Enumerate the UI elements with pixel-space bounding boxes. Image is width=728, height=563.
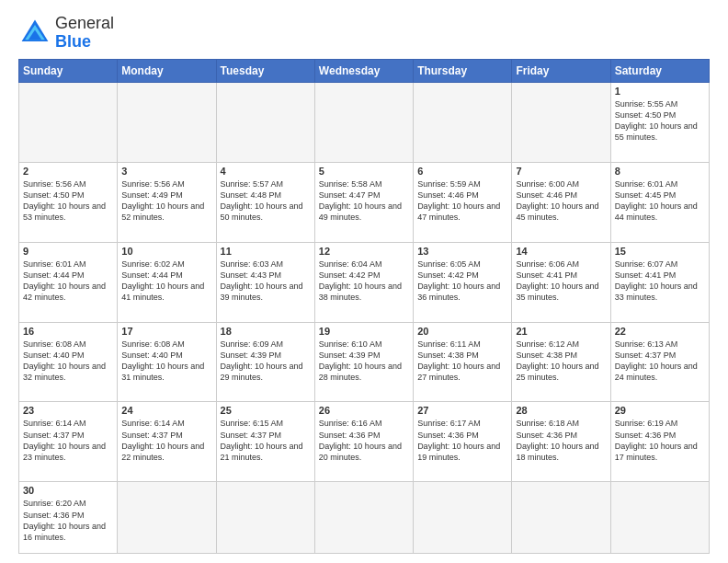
day-info: Sunrise: 6:02 AM Sunset: 4:44 PM Dayligh… — [121, 259, 211, 304]
day-number: 23 — [23, 405, 113, 416]
day-number: 28 — [516, 405, 606, 416]
calendar-cell: 24Sunrise: 6:14 AM Sunset: 4:37 PM Dayli… — [118, 402, 216, 482]
day-number: 15 — [615, 246, 705, 257]
calendar-cell: 13Sunrise: 6:05 AM Sunset: 4:42 PM Dayli… — [414, 242, 512, 322]
calendar-cell: 18Sunrise: 6:09 AM Sunset: 4:39 PM Dayli… — [216, 322, 314, 402]
calendar-cell — [512, 82, 610, 162]
day-info: Sunrise: 5:59 AM Sunset: 4:46 PM Dayligh… — [417, 178, 507, 224]
day-info: Sunrise: 5:55 AM Sunset: 4:50 PM Dayligh… — [615, 98, 705, 144]
week-row: 30Sunrise: 6:20 AM Sunset: 4:36 PM Dayli… — [19, 482, 710, 554]
day-number: 27 — [417, 405, 507, 416]
week-row: 9Sunrise: 6:01 AM Sunset: 4:44 PM Daylig… — [19, 242, 710, 322]
day-number: 21 — [516, 326, 606, 337]
calendar-cell: 29Sunrise: 6:19 AM Sunset: 4:36 PM Dayli… — [610, 402, 709, 482]
calendar-cell — [118, 482, 216, 554]
logo: General Blue — [18, 15, 114, 52]
day-number: 1 — [615, 86, 705, 97]
day-number: 20 — [417, 326, 507, 337]
calendar-cell: 8Sunrise: 6:01 AM Sunset: 4:45 PM Daylig… — [610, 162, 709, 242]
day-number: 22 — [615, 326, 705, 337]
calendar-cell — [216, 482, 314, 554]
column-header-monday: Monday — [118, 59, 216, 82]
calendar-cell: 17Sunrise: 6:08 AM Sunset: 4:40 PM Dayli… — [118, 322, 216, 402]
day-info: Sunrise: 6:06 AM Sunset: 4:41 PM Dayligh… — [516, 259, 606, 304]
calendar-cell: 1Sunrise: 5:55 AM Sunset: 4:50 PM Daylig… — [610, 82, 709, 162]
day-info: Sunrise: 6:15 AM Sunset: 4:37 PM Dayligh… — [221, 418, 311, 463]
day-info: Sunrise: 6:19 AM Sunset: 4:36 PM Dayligh… — [615, 418, 705, 463]
calendar-table: SundayMondayTuesdayWednesdayThursdayFrid… — [18, 59, 710, 554]
calendar-cell: 4Sunrise: 5:57 AM Sunset: 4:48 PM Daylig… — [216, 162, 314, 242]
calendar-cell: 3Sunrise: 5:56 AM Sunset: 4:49 PM Daylig… — [118, 162, 216, 242]
week-row: 23Sunrise: 6:14 AM Sunset: 4:37 PM Dayli… — [19, 402, 710, 482]
day-number: 24 — [121, 405, 211, 416]
logo-blue: Blue — [55, 33, 114, 52]
calendar-cell — [314, 82, 413, 162]
day-number: 5 — [319, 166, 409, 177]
day-number: 10 — [121, 246, 211, 257]
day-number: 17 — [121, 326, 211, 337]
calendar-cell — [314, 482, 413, 554]
day-info: Sunrise: 6:01 AM Sunset: 4:45 PM Dayligh… — [615, 178, 705, 224]
calendar-cell: 28Sunrise: 6:18 AM Sunset: 4:36 PM Dayli… — [512, 402, 610, 482]
calendar-cell — [610, 482, 709, 554]
calendar-cell: 10Sunrise: 6:02 AM Sunset: 4:44 PM Dayli… — [118, 242, 216, 322]
calendar-cell — [216, 82, 314, 162]
day-info: Sunrise: 6:14 AM Sunset: 4:37 PM Dayligh… — [121, 418, 211, 463]
week-row: 2Sunrise: 5:56 AM Sunset: 4:50 PM Daylig… — [19, 162, 710, 242]
logo-general: General — [55, 15, 114, 33]
calendar-cell: 7Sunrise: 6:00 AM Sunset: 4:46 PM Daylig… — [512, 162, 610, 242]
day-number: 7 — [516, 166, 606, 177]
calendar-cell: 26Sunrise: 6:16 AM Sunset: 4:36 PM Dayli… — [314, 402, 413, 482]
day-info: Sunrise: 5:56 AM Sunset: 4:50 PM Dayligh… — [23, 178, 113, 224]
day-info: Sunrise: 6:11 AM Sunset: 4:38 PM Dayligh… — [417, 339, 507, 384]
day-number: 2 — [23, 166, 113, 177]
day-number: 18 — [221, 326, 311, 337]
calendar-cell: 14Sunrise: 6:06 AM Sunset: 4:41 PM Dayli… — [512, 242, 610, 322]
day-info: Sunrise: 6:09 AM Sunset: 4:39 PM Dayligh… — [221, 339, 311, 384]
day-info: Sunrise: 6:18 AM Sunset: 4:36 PM Dayligh… — [516, 418, 606, 463]
day-info: Sunrise: 6:17 AM Sunset: 4:36 PM Dayligh… — [417, 418, 507, 463]
day-info: Sunrise: 6:12 AM Sunset: 4:38 PM Dayligh… — [516, 339, 606, 384]
calendar-cell — [414, 482, 512, 554]
day-info: Sunrise: 6:08 AM Sunset: 4:40 PM Dayligh… — [23, 339, 113, 384]
calendar-cell: 21Sunrise: 6:12 AM Sunset: 4:38 PM Dayli… — [512, 322, 610, 402]
day-info: Sunrise: 6:05 AM Sunset: 4:42 PM Dayligh… — [417, 259, 507, 304]
calendar-cell: 12Sunrise: 6:04 AM Sunset: 4:42 PM Dayli… — [314, 242, 413, 322]
calendar-cell — [118, 82, 216, 162]
column-header-saturday: Saturday — [610, 59, 709, 82]
logo-text: General Blue — [55, 15, 114, 52]
day-info: Sunrise: 6:20 AM Sunset: 4:36 PM Dayligh… — [23, 498, 113, 543]
day-info: Sunrise: 6:13 AM Sunset: 4:37 PM Dayligh… — [615, 339, 705, 384]
calendar-cell: 30Sunrise: 6:20 AM Sunset: 4:36 PM Dayli… — [19, 482, 118, 554]
day-info: Sunrise: 6:03 AM Sunset: 4:43 PM Dayligh… — [221, 259, 311, 304]
calendar-cell: 9Sunrise: 6:01 AM Sunset: 4:44 PM Daylig… — [19, 242, 118, 322]
calendar-cell: 5Sunrise: 5:58 AM Sunset: 4:47 PM Daylig… — [314, 162, 413, 242]
day-number: 16 — [23, 326, 113, 337]
day-number: 25 — [221, 405, 311, 416]
calendar-cell: 6Sunrise: 5:59 AM Sunset: 4:46 PM Daylig… — [414, 162, 512, 242]
column-header-wednesday: Wednesday — [314, 59, 413, 82]
calendar-cell — [19, 82, 118, 162]
column-header-sunday: Sunday — [19, 59, 118, 82]
calendar-cell: 25Sunrise: 6:15 AM Sunset: 4:37 PM Dayli… — [216, 402, 314, 482]
header-row: SundayMondayTuesdayWednesdayThursdayFrid… — [19, 59, 710, 82]
week-row: 16Sunrise: 6:08 AM Sunset: 4:40 PM Dayli… — [19, 322, 710, 402]
column-header-friday: Friday — [512, 59, 610, 82]
week-row: 1Sunrise: 5:55 AM Sunset: 4:50 PM Daylig… — [19, 82, 710, 162]
day-info: Sunrise: 5:56 AM Sunset: 4:49 PM Dayligh… — [121, 178, 211, 224]
day-number: 14 — [516, 246, 606, 257]
day-info: Sunrise: 6:10 AM Sunset: 4:39 PM Dayligh… — [319, 339, 409, 384]
header: General Blue — [18, 15, 710, 52]
day-number: 29 — [615, 405, 705, 416]
day-number: 9 — [23, 246, 113, 257]
day-number: 11 — [221, 246, 311, 257]
calendar-cell: 2Sunrise: 5:56 AM Sunset: 4:50 PM Daylig… — [19, 162, 118, 242]
calendar-cell: 15Sunrise: 6:07 AM Sunset: 4:41 PM Dayli… — [610, 242, 709, 322]
calendar-cell: 11Sunrise: 6:03 AM Sunset: 4:43 PM Dayli… — [216, 242, 314, 322]
calendar-cell: 16Sunrise: 6:08 AM Sunset: 4:40 PM Dayli… — [19, 322, 118, 402]
day-info: Sunrise: 6:01 AM Sunset: 4:44 PM Dayligh… — [23, 259, 113, 304]
day-number: 19 — [319, 326, 409, 337]
day-info: Sunrise: 5:58 AM Sunset: 4:47 PM Dayligh… — [319, 178, 409, 224]
calendar-cell — [512, 482, 610, 554]
day-number: 6 — [417, 166, 507, 177]
